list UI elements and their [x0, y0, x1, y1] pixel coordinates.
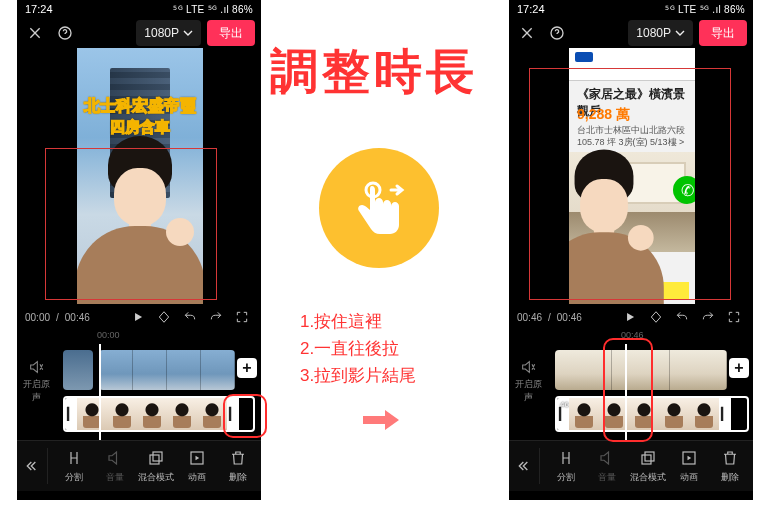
time-separator: / — [548, 312, 551, 323]
bottom-toolbar: 分割 音量 混合模式 动画 删除 — [17, 440, 261, 491]
audio-toggle[interactable]: 开启原声 — [511, 358, 545, 404]
tool-animation[interactable]: 动画 — [669, 448, 708, 484]
svg-rect-1 — [150, 455, 159, 464]
time-ruler[interactable]: 00:00 — [17, 330, 261, 344]
transport-bar: 00:46 / 00:46 — [509, 304, 753, 330]
help-button[interactable] — [53, 21, 77, 45]
fullscreen-button[interactable] — [723, 306, 745, 328]
trim-handle-left[interactable]: ▎ — [65, 398, 77, 430]
play-button[interactable] — [127, 306, 149, 328]
tool-delete-label: 删除 — [721, 471, 739, 484]
volume-icon — [105, 448, 125, 468]
redo-button[interactable] — [205, 306, 227, 328]
fullscreen-button[interactable] — [231, 306, 253, 328]
preview-area[interactable]: 北士科宏盛帝璽 四房含車 — [17, 48, 261, 304]
main-video-track[interactable] — [555, 350, 727, 390]
listing-details: 105.78 坪 3房(室) 5/13樓 > — [577, 136, 684, 149]
step-1: 1.按住這裡 — [300, 308, 416, 335]
audio-toggle[interactable]: 开启原声 — [19, 358, 53, 404]
status-time: 17:24 — [517, 3, 545, 15]
export-label: 导出 — [711, 25, 735, 42]
add-clip-button[interactable]: + — [237, 358, 257, 378]
instruction-steps: 1.按住這裡 2.一直往後拉 3.拉到影片結尾 — [300, 308, 416, 390]
export-label: 导出 — [219, 25, 243, 42]
tool-volume-label: 音量 — [106, 471, 124, 484]
undo-button[interactable] — [671, 306, 693, 328]
resolution-label: 1080P — [144, 26, 179, 40]
audio-toggle-label: 开启原声 — [511, 378, 545, 404]
animation-icon — [187, 448, 207, 468]
transport-bar: 00:00 / 00:46 — [17, 304, 261, 330]
presenter-figure — [569, 171, 659, 304]
export-button[interactable]: 导出 — [207, 20, 255, 46]
instruction-title: 調整時長 — [270, 40, 478, 104]
play-button[interactable] — [619, 306, 641, 328]
add-clip-button[interactable]: + — [729, 358, 749, 378]
playhead[interactable] — [99, 344, 101, 440]
status-bar: 17:24 ⁵ᴳ LTE ⁵ᴳ .ıl 86% — [17, 0, 261, 18]
overlay-thumb — [689, 398, 719, 430]
tool-delete[interactable]: 删除 — [218, 448, 257, 484]
step-3: 3.拉到影片結尾 — [300, 362, 416, 389]
editor-top-bar: 1080P 导出 — [17, 18, 261, 48]
caption-line2: 四房含車 — [110, 118, 170, 137]
tool-split-label: 分割 — [557, 471, 575, 484]
keyframe-button[interactable] — [645, 306, 667, 328]
tool-blend[interactable]: 混合模式 — [136, 448, 175, 484]
close-button[interactable] — [515, 21, 539, 45]
tool-volume[interactable]: 音量 — [95, 448, 134, 484]
timeline[interactable]: 开启原声 + ▎ ▎ — [17, 344, 261, 440]
tool-blend-label: 混合模式 — [630, 471, 666, 484]
track-thumb — [99, 350, 133, 390]
timeline[interactable]: 开启原声 + ▎ 46.2s ▎ — [509, 344, 753, 440]
overlay-track-selected[interactable]: ▎ ▎ — [63, 396, 255, 432]
tool-split-label: 分割 — [65, 471, 83, 484]
tool-blend-label: 混合模式 — [138, 471, 174, 484]
tool-delete[interactable]: 删除 — [710, 448, 749, 484]
export-button[interactable]: 导出 — [699, 20, 747, 46]
caption-line1: 北士科宏盛帝璽 — [84, 96, 196, 117]
track-thumb — [201, 350, 235, 390]
main-video-track[interactable] — [99, 350, 235, 390]
trim-handle-right[interactable]: ▎ — [719, 398, 731, 430]
collapse-button[interactable] — [21, 448, 48, 484]
playhead[interactable] — [625, 344, 627, 440]
tool-volume[interactable]: 音量 — [587, 448, 626, 484]
preview-area[interactable]: 《家居之最》橫濱景觀戶 9,288 萬 台北市士林區中山北路六段 105.78 … — [509, 48, 753, 304]
phone-before: 17:24 ⁵ᴳ LTE ⁵ᴳ .ıl 86% 1080P 导出 北士科宏盛帝璽… — [17, 0, 261, 500]
tool-blend[interactable]: 混合模式 — [628, 448, 667, 484]
collapse-button[interactable] — [513, 448, 540, 484]
chevron-down-icon — [183, 28, 193, 38]
split-icon — [64, 448, 84, 468]
tool-volume-label: 音量 — [598, 471, 616, 484]
status-time: 17:24 — [25, 3, 53, 15]
redo-button[interactable] — [697, 306, 719, 328]
help-button[interactable] — [545, 21, 569, 45]
trash-icon — [720, 448, 740, 468]
touch-gesture-icon — [319, 148, 439, 268]
resolution-button[interactable]: 1080P — [136, 20, 201, 46]
overlay-thumb — [629, 398, 659, 430]
tool-split[interactable]: 分割 — [546, 448, 585, 484]
overlay-thumb — [569, 398, 599, 430]
video-frame: 北士科宏盛帝璽 四房含車 — [77, 48, 203, 304]
tool-animation[interactable]: 动画 — [177, 448, 216, 484]
close-button[interactable] — [23, 21, 47, 45]
tutorial-canvas: 17:24 ⁵ᴳ LTE ⁵ᴳ .ıl 86% 1080P 导出 北士科宏盛帝璽… — [0, 0, 772, 510]
time-ruler[interactable]: 00:46 — [509, 330, 753, 344]
trim-handle-right[interactable]: ▎ — [227, 398, 239, 430]
line-chat-icon: ✆ — [673, 176, 695, 204]
track-thumb — [133, 350, 167, 390]
overlay-thumb — [197, 398, 227, 430]
listing-price: 9,288 萬 — [577, 106, 630, 124]
undo-button[interactable] — [179, 306, 201, 328]
keyframe-button[interactable] — [153, 306, 175, 328]
overlay-track-selected[interactable]: ▎ 46.2s ▎ — [555, 396, 749, 432]
track-thumb — [670, 350, 727, 390]
pip-track-thumb[interactable] — [63, 350, 93, 390]
resolution-label: 1080P — [636, 26, 671, 40]
overlay-thumb — [137, 398, 167, 430]
tool-split[interactable]: 分割 — [54, 448, 93, 484]
time-separator: / — [56, 312, 59, 323]
resolution-button[interactable]: 1080P — [628, 20, 693, 46]
